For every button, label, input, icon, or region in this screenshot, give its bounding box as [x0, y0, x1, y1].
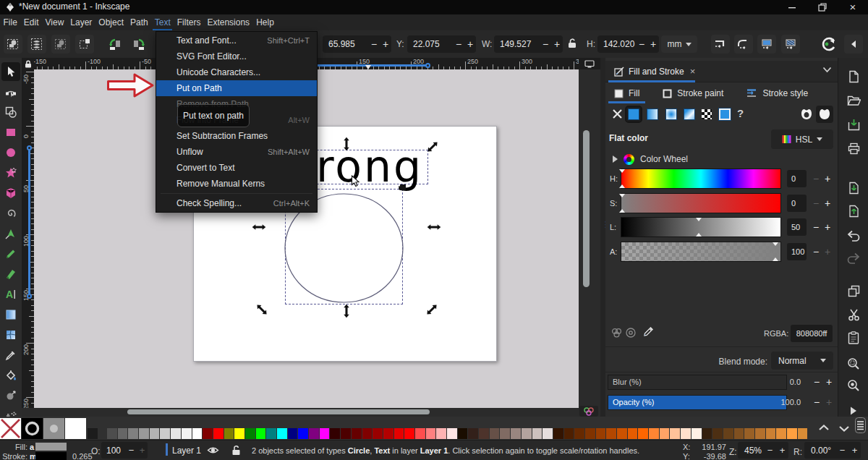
saturation-value-field[interactable]: 0 [787, 195, 807, 212]
palette-swatch[interactable] [394, 428, 404, 439]
zoom-drawing-button[interactable] [846, 378, 861, 393]
deselect-button[interactable] [51, 35, 70, 54]
palette-swatch[interactable] [723, 428, 733, 439]
palette-swatch[interactable] [436, 428, 446, 439]
palette-swatch[interactable] [712, 428, 723, 439]
palette-swatch[interactable] [426, 428, 436, 439]
palette-swatch[interactable] [500, 428, 510, 439]
palette-swatch[interactable] [692, 428, 702, 439]
palette-swatch[interactable] [542, 428, 553, 439]
open-button[interactable] [846, 93, 861, 108]
palette-dot-swatch[interactable] [43, 418, 64, 439]
slider-thumb[interactable] [619, 184, 625, 188]
h-field-value[interactable]: 142.020 [597, 39, 636, 49]
paste-button[interactable] [846, 331, 861, 345]
cut-button[interactable] [846, 307, 861, 322]
rotate-cw-button[interactable] [129, 35, 148, 54]
scale-handle-icon[interactable] [425, 139, 441, 155]
copy-button[interactable] [846, 284, 861, 298]
palette-swatch[interactable] [266, 428, 276, 439]
menu-item-unflow[interactable]: UnflowShift+Alt+W [156, 144, 317, 160]
lightness-plus-button[interactable]: + [822, 218, 833, 236]
opacity-slider[interactable]: Opacity (%) [608, 395, 787, 410]
palette-swatch[interactable] [468, 428, 478, 439]
tool-selector[interactable] [1, 62, 20, 81]
tab-fill-and-stroke[interactable]: Fill and Stroke × [608, 61, 701, 82]
palette-swatch[interactable] [171, 428, 181, 439]
tool-node-editor[interactable] [1, 82, 20, 101]
alpha-minus-button[interactable]: − [810, 243, 822, 260]
palette-swatch[interactable] [649, 428, 659, 439]
w-plus-button[interactable]: + [551, 38, 563, 50]
object-opacity-field[interactable]: 100 − + [101, 442, 148, 459]
zoom-value[interactable]: 45% [738, 446, 764, 456]
tool-rectangle[interactable] [1, 123, 20, 142]
palette-swatch[interactable] [320, 428, 330, 439]
tool-ellipse[interactable] [1, 143, 20, 162]
palette-swatch[interactable] [182, 428, 192, 439]
palette-ring-swatch[interactable] [22, 418, 43, 439]
lightness-slider[interactable] [621, 217, 781, 237]
lock-guides-icon[interactable] [22, 58, 34, 69]
zoom-in-button[interactable]: + [776, 445, 788, 456]
menu-item-unicode-characters[interactable]: Unicode Characters... [156, 64, 317, 80]
palette-swatch[interactable] [776, 428, 786, 439]
opacity-plus-button[interactable]: + [823, 395, 835, 410]
palette-swatch[interactable] [702, 428, 712, 439]
scale-handle-icon[interactable] [426, 219, 442, 235]
palette-scroll-up-icon[interactable] [818, 419, 830, 434]
palette-swatch[interactable] [373, 428, 383, 439]
stroke-color-swatch[interactable] [35, 452, 67, 460]
menu-item-put-on-path[interactable]: Put on Path [156, 80, 317, 96]
save-button[interactable] [846, 117, 861, 132]
palette-swatch[interactable] [330, 428, 340, 439]
palette-swatch[interactable] [298, 428, 308, 439]
palette-swatch[interactable] [660, 428, 670, 439]
linear-gradient-button[interactable] [645, 107, 660, 122]
x-field[interactable]: 65.985 − + [323, 35, 391, 53]
rgba-value-field[interactable]: 808080ff [791, 325, 833, 342]
menubar-item-view[interactable]: View [42, 14, 67, 30]
palette-swatch[interactable] [585, 428, 595, 439]
saturation-minus-button[interactable]: − [810, 195, 822, 212]
palette-swatch[interactable] [522, 428, 532, 439]
palette-swatch[interactable] [203, 428, 213, 439]
palette-swatch[interactable] [107, 428, 117, 439]
tool-pencil[interactable] [1, 244, 20, 263]
palette-swatch[interactable] [744, 428, 754, 439]
select-all-layers-button[interactable] [27, 35, 46, 54]
palette-white-swatch[interactable] [65, 418, 86, 439]
mesh-gradient-button[interactable] [682, 107, 697, 122]
vertical-scrollbar[interactable] [579, 69, 600, 408]
layer-visibility-icon[interactable] [207, 445, 219, 456]
scale-handle-icon[interactable] [251, 219, 267, 235]
palette-swatch[interactable] [734, 428, 744, 439]
tab-stroke-paint[interactable]: Stroke paint [654, 84, 732, 103]
tool-text[interactable]: A [1, 285, 20, 304]
palette-swatch[interactable] [150, 428, 160, 439]
y-plus-button[interactable]: + [464, 38, 476, 50]
scale-handle-icon[interactable] [254, 302, 270, 318]
menubar-item-help[interactable]: Help [253, 14, 278, 30]
tool-dropper[interactable] [1, 346, 20, 365]
layer-selector[interactable]: Layer 1 [172, 446, 201, 456]
tool-pen[interactable] [1, 224, 20, 243]
tool-star[interactable] [1, 163, 20, 182]
slider-thumb[interactable] [773, 242, 778, 246]
slider-thumb[interactable] [619, 209, 625, 213]
palette-swatch[interactable] [511, 428, 521, 439]
palette-swatch[interactable] [139, 428, 149, 439]
hue-slider[interactable] [621, 169, 781, 189]
vertical-scroll-thumb[interactable] [583, 130, 590, 287]
palette-swatch[interactable] [564, 428, 574, 439]
display-mode-icon[interactable] [579, 58, 600, 69]
rotate-ccw-status-button[interactable]: − [836, 445, 848, 456]
rgb-circles-icon[interactable] [610, 327, 623, 339]
y-minus-button[interactable]: − [453, 38, 464, 50]
fill-rule-nonzero-button[interactable] [816, 106, 833, 123]
palette-swatch[interactable] [798, 428, 808, 439]
minimize-button[interactable] [777, 0, 807, 14]
scale-handle-icon[interactable] [339, 136, 354, 152]
palette-swatch[interactable] [447, 428, 457, 439]
tool-calligraphy[interactable] [1, 265, 20, 284]
